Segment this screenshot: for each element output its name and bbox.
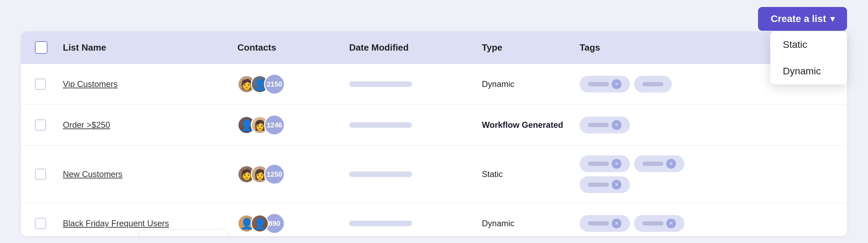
type-cell: Workflow Generated bbox=[482, 120, 580, 130]
tag-text bbox=[588, 82, 609, 86]
tag-close-button[interactable]: × bbox=[666, 159, 676, 169]
date-cell bbox=[349, 81, 482, 87]
contacts-cell: 1246 bbox=[237, 115, 349, 135]
list-name-order[interactable]: Order >$250 bbox=[63, 120, 237, 130]
col-contacts: Contacts bbox=[237, 42, 349, 53]
contacts-cell: 1250 bbox=[237, 164, 349, 185]
col-list-name: List Name bbox=[63, 42, 237, 53]
dropdown-item-static[interactable]: Static bbox=[770, 31, 847, 58]
table-row: Order >$250 1246 Workflow Generated × bbox=[21, 105, 847, 146]
avatar-stack: 2150 bbox=[237, 74, 285, 95]
tag-text bbox=[588, 123, 609, 127]
tags-cell: × bbox=[580, 76, 719, 93]
tag-pill: × bbox=[580, 215, 630, 232]
tag-close-button[interactable]: × bbox=[666, 219, 676, 228]
tag-text bbox=[588, 221, 609, 226]
col-type: Type bbox=[482, 42, 580, 53]
tag-close-button[interactable]: × bbox=[612, 159, 621, 169]
tag-pill: × bbox=[580, 155, 630, 172]
tag-text bbox=[588, 162, 609, 166]
select-all-checkbox-wrapper bbox=[35, 41, 63, 54]
table-row: Vip Customers 2150 Dynamic × bbox=[21, 64, 847, 105]
tag-close-button[interactable]: × bbox=[612, 180, 621, 190]
row-checkbox-wrapper bbox=[35, 169, 63, 180]
dropdown-item-dynamic[interactable]: Dynamic bbox=[770, 58, 847, 84]
date-cell bbox=[349, 221, 482, 226]
chevron-down-icon: ▾ bbox=[830, 14, 834, 24]
contact-count: 1250 bbox=[264, 164, 285, 185]
tag-pill: × bbox=[634, 215, 684, 232]
tooltip: 5 New Users Added bbox=[140, 230, 228, 236]
date-bar bbox=[349, 81, 412, 87]
type-cell: Dynamic bbox=[482, 219, 580, 228]
tag-pill: × bbox=[634, 155, 684, 172]
create-list-label: Create a list bbox=[771, 13, 826, 24]
avatar bbox=[251, 214, 269, 233]
tag-pill: × bbox=[580, 176, 630, 193]
date-bar bbox=[349, 221, 412, 226]
tag-text bbox=[588, 183, 609, 187]
row-checkbox[interactable] bbox=[35, 119, 46, 131]
contacts-cell: 2150 bbox=[237, 74, 349, 95]
table-row: New Customers 1250 Static × × bbox=[21, 146, 847, 203]
tag-close-button[interactable]: × bbox=[612, 219, 621, 228]
col-date-modified: Date Modified bbox=[349, 42, 482, 53]
row-checkbox-wrapper bbox=[35, 218, 63, 229]
list-name-new-customers[interactable]: New Customers bbox=[63, 169, 237, 179]
date-bar bbox=[349, 122, 412, 128]
type-cell: Dynamic bbox=[482, 79, 580, 89]
list-name-black-friday[interactable]: Black Friday Frequent Users bbox=[63, 219, 237, 228]
create-list-button[interactable]: Create a list ▾ bbox=[758, 7, 847, 31]
table-header: List Name Contacts Date Modified Type Ta… bbox=[21, 31, 847, 64]
row-checkbox-wrapper bbox=[35, 79, 63, 90]
type-cell: Static bbox=[482, 169, 580, 179]
tag-pill: × bbox=[580, 76, 630, 93]
avatar-stack: 1246 bbox=[237, 115, 285, 135]
date-bar bbox=[349, 171, 412, 177]
tag-text bbox=[642, 221, 663, 226]
col-tags: Tags bbox=[580, 42, 719, 53]
contact-count: 2150 bbox=[264, 74, 285, 95]
tag-close-button[interactable]: × bbox=[612, 120, 621, 130]
list-name-vip[interactable]: Vip Customers bbox=[63, 79, 237, 89]
tag-text bbox=[642, 82, 663, 86]
date-cell bbox=[349, 171, 482, 177]
tags-cell: × × bbox=[580, 215, 719, 232]
tag-pill bbox=[634, 76, 672, 93]
avatar-stack: 1250 bbox=[237, 164, 285, 185]
tag-close-button[interactable]: × bbox=[612, 79, 621, 89]
table-row: Black Friday Frequent Users 5 New Users … bbox=[21, 203, 847, 236]
row-checkbox[interactable] bbox=[35, 218, 46, 229]
select-all-checkbox[interactable] bbox=[35, 41, 47, 54]
tags-cell: × × × bbox=[580, 155, 719, 193]
page-wrapper: Create a list ▾ Static Dynamic List Name… bbox=[0, 0, 868, 243]
tag-text bbox=[642, 162, 663, 166]
contacts-cell: 5 New Users Added 890 bbox=[237, 213, 349, 234]
tags-cell: × bbox=[580, 117, 719, 133]
create-btn-wrapper: Create a list ▾ bbox=[758, 7, 847, 31]
row-checkbox[interactable] bbox=[35, 79, 46, 90]
date-cell bbox=[349, 122, 482, 128]
contact-count: 1246 bbox=[264, 115, 285, 135]
row-checkbox[interactable] bbox=[35, 169, 46, 180]
tag-pill: × bbox=[580, 117, 630, 133]
dropdown-menu: Static Dynamic bbox=[770, 31, 847, 84]
row-checkbox-wrapper bbox=[35, 119, 63, 131]
avatar-stack: 890 bbox=[237, 213, 285, 234]
table-card: List Name Contacts Date Modified Type Ta… bbox=[21, 31, 847, 236]
